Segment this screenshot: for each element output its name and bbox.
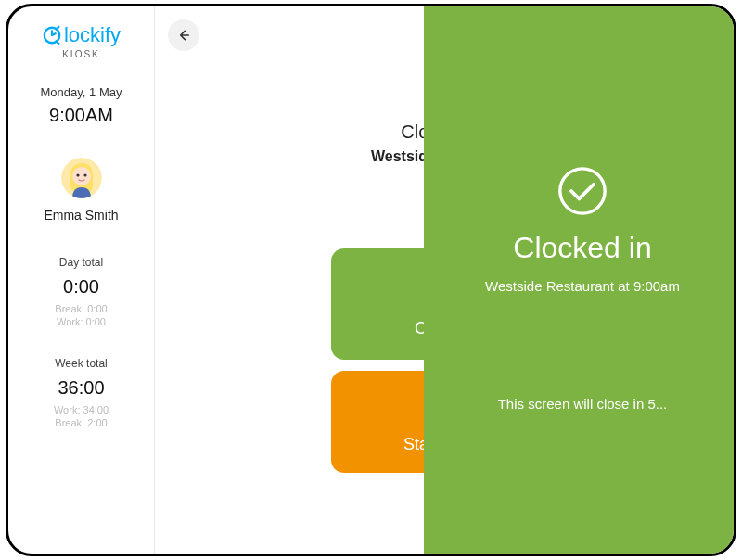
- overlay-title: Clocked in: [513, 231, 651, 265]
- week-break: Break: 2:00: [8, 417, 154, 428]
- back-button[interactable]: [168, 19, 199, 51]
- week-total-label: Week total: [8, 357, 154, 370]
- day-total-value: 0:00: [8, 276, 154, 298]
- app-frame: lockify KIOSK Monday, 1 May 9:00AM Emma …: [6, 4, 736, 556]
- logo-text: lockify: [64, 23, 121, 47]
- overlay-closing-text: This screen will close in 5...: [498, 396, 668, 412]
- day-work: Work: 0:00: [8, 316, 154, 327]
- week-work: Work: 34:00: [8, 404, 154, 415]
- arrow-left-icon: [176, 28, 191, 43]
- user-name: Emma Smith: [44, 208, 118, 223]
- week-total-value: 36:00: [8, 377, 154, 399]
- sidebar: lockify KIOSK Monday, 1 May 9:00AM Emma …: [8, 6, 155, 554]
- checkmark-circle-icon: [556, 164, 609, 218]
- svg-point-2: [72, 167, 91, 185]
- avatar[interactable]: [61, 158, 102, 198]
- overlay-subtitle: Westside Restaurant at 9:00am: [485, 278, 680, 294]
- avatar-icon: [61, 158, 102, 198]
- current-date: Monday, 1 May: [41, 85, 122, 99]
- day-total-label: Day total: [8, 256, 154, 269]
- current-time: 9:00AM: [49, 105, 113, 126]
- svg-point-6: [560, 169, 605, 213]
- day-total-block: Day total 0:00 Break: 0:00 Work: 0:00: [8, 256, 154, 329]
- svg-point-3: [76, 173, 79, 176]
- logo: lockify KIOSK: [42, 23, 121, 59]
- svg-point-4: [83, 173, 86, 176]
- confirmation-overlay: Clocked in Westside Restaurant at 9:00am…: [424, 6, 736, 554]
- day-break: Break: 0:00: [8, 303, 154, 314]
- clockify-logo-icon: [42, 25, 62, 45]
- logo-subtext: KIOSK: [62, 49, 100, 59]
- week-total-block: Week total 36:00 Work: 34:00 Break: 2:00: [8, 357, 154, 430]
